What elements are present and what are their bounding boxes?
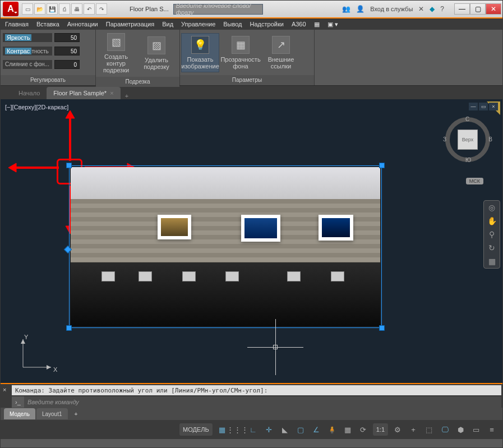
xref-button[interactable]: ↗ Внешние ссылки [262, 34, 300, 72]
plus-icon[interactable]: + [407, 423, 419, 436]
svg-marker-1 [66, 110, 75, 118]
minimize-button[interactable]: — [454, 3, 470, 15]
monitor-icon[interactable]: 🖵 [439, 423, 451, 436]
menu-insert[interactable]: Вставка [36, 21, 59, 27]
lineweight-icon[interactable]: 🧍 [326, 423, 338, 436]
new-icon[interactable]: ▭ [22, 3, 33, 15]
viewcube-s[interactable]: Ю [465, 157, 471, 163]
menu-addins[interactable]: Надстройки [250, 21, 284, 27]
wcs-label[interactable]: МСК [466, 178, 483, 184]
isodraft-icon[interactable]: ◣ [279, 423, 291, 436]
command-history: Команда: Задайте противоположный угол ил… [12, 385, 501, 395]
save-icon[interactable]: 💾 [47, 3, 58, 15]
viewcube-e[interactable]: В [488, 136, 492, 142]
undo-icon[interactable]: ↶ [84, 3, 95, 15]
image-object[interactable] [69, 165, 382, 328]
viewport[interactable]: [−][Сверху][2D-каркас] — ▭ × Верх С Ю В … [1, 99, 502, 383]
create-clip-button[interactable]: ▧ Создать контур подрезки [97, 31, 135, 76]
tab-floorplan[interactable]: Floor Plan Sample* × [47, 87, 120, 99]
contrast-row: Контрастность 50 [3, 47, 93, 56]
exchange-icon[interactable]: ✕ [418, 5, 424, 13]
layout-tab-add[interactable]: + [69, 408, 84, 419]
command-line[interactable]: ›_ Введите команду [12, 396, 501, 408]
pan-icon[interactable]: ✋ [487, 216, 497, 225]
view-cube[interactable]: Верх С Ю В З [445, 117, 490, 162]
viewport-label[interactable]: [−][Сверху][2D-каркас] [5, 104, 68, 110]
cloud-icon[interactable]: ◆ [430, 5, 435, 13]
menu-annotate[interactable]: Аннотации [67, 21, 98, 27]
grip-tr[interactable] [379, 163, 385, 168]
workspace-icon[interactable]: ⬚ [423, 423, 435, 436]
grip-bl[interactable] [66, 325, 72, 331]
transparency-status-icon[interactable]: ▦ [342, 423, 354, 436]
tab-new-button[interactable]: + [121, 93, 133, 99]
saveas-icon[interactable]: ⎙ [59, 3, 70, 15]
painting-3 [319, 215, 353, 241]
snap-icon[interactable]: ⋮⋮⋮ [232, 423, 244, 436]
menu-expand-icon[interactable]: ▣ ▾ [327, 21, 338, 28]
showmotion-icon[interactable]: ▦ [488, 257, 496, 266]
grip-br[interactable] [379, 325, 385, 331]
menu-view[interactable]: Вид [162, 21, 173, 27]
menu-parametric[interactable]: Параметризация [106, 21, 154, 27]
panel-clip: ▧ Создать контур подрезки ▨ Удалить подр… [96, 30, 180, 85]
osnap-icon[interactable]: ▢ [294, 423, 307, 436]
viewcube-w[interactable]: З [443, 136, 446, 142]
fade-value[interactable]: 0 [54, 60, 80, 69]
viewcube-face[interactable]: Верх [458, 130, 478, 150]
zoom-icon[interactable]: ⚲ [489, 230, 495, 239]
print-icon[interactable]: 🖶 [71, 3, 82, 15]
close-button[interactable]: ✕ [486, 3, 501, 15]
cmd-close-icon[interactable]: × [3, 386, 6, 393]
gear-icon[interactable]: ⚙ [391, 423, 404, 436]
cycling-icon[interactable]: ⟳ [357, 423, 370, 436]
layout-tab-1[interactable]: Layout1 [36, 408, 68, 419]
svg-marker-5 [8, 163, 16, 172]
command-input[interactable]: Введите команду [24, 399, 501, 405]
hardware-icon[interactable]: ⬢ [454, 423, 467, 436]
signin-icon[interactable]: 👤 [356, 5, 364, 13]
arrow-left-icon [8, 162, 59, 173]
wheel-icon[interactable]: ◎ [488, 203, 495, 212]
transparency-icon: ▦ [232, 36, 250, 54]
menu-manage[interactable]: Управление [181, 21, 215, 27]
brightness-label: Яркость [3, 33, 52, 42]
layout-tabs: Модель Layout1 + [1, 408, 502, 420]
transparency-button[interactable]: ▦ Прозрачность фона [221, 34, 260, 72]
customize-icon[interactable]: ≡ [486, 423, 498, 436]
search-input[interactable]: Введите ключевое слово/фразу [173, 4, 263, 15]
vp-restore-button[interactable]: ▭ [479, 103, 488, 110]
otrack-icon[interactable]: ∠ [310, 423, 322, 436]
tab-close-icon[interactable]: × [110, 90, 113, 96]
vp-close-button[interactable]: × [489, 103, 498, 110]
app-logo-icon[interactable]: A [3, 2, 19, 16]
command-prompt-icon: ›_ [12, 396, 24, 408]
brightness-value[interactable]: 50 [54, 33, 80, 42]
status-model-button[interactable]: МОДЕЛЬ [179, 423, 213, 436]
scale-button[interactable]: 1:1 [373, 423, 388, 436]
vp-minimize-button[interactable]: — [469, 103, 478, 110]
orbit-icon[interactable]: ↻ [488, 243, 495, 252]
quick-access-toolbar: ▭ 📂 💾 ⎙ 🖶 ↶ ↷ [22, 3, 107, 15]
signin-label[interactable]: Вход в службы [370, 6, 413, 12]
ortho-icon[interactable]: ∟ [247, 423, 260, 436]
show-image-button[interactable]: 💡 Показать изображение [181, 33, 219, 72]
help-icon[interactable]: ? [440, 5, 444, 13]
menu-a360[interactable]: A360 [292, 21, 306, 27]
menu-output[interactable]: Вывод [223, 21, 242, 27]
menu-home[interactable]: Главная [5, 21, 29, 27]
grip-tl[interactable] [66, 163, 72, 168]
clean-icon[interactable]: ▭ [470, 423, 482, 436]
menu-bar: Главная Вставка Аннотации Параметризация… [1, 17, 502, 30]
maximize-button[interactable]: ▢ [470, 3, 486, 15]
remove-clip-button[interactable]: ▨ Удалить подрезку [137, 34, 176, 72]
contrast-value[interactable]: 50 [54, 47, 80, 56]
menu-apps-icon[interactable]: ▦ [314, 21, 320, 28]
viewcube-n[interactable]: С [465, 116, 469, 122]
open-icon[interactable]: 📂 [34, 3, 45, 15]
infocenter-icon[interactable]: 👥 [342, 5, 350, 13]
layout-tab-model[interactable]: Модель [4, 408, 35, 419]
polar-icon[interactable]: ✛ [263, 423, 275, 436]
tab-start[interactable]: Начало [12, 87, 47, 99]
redo-icon[interactable]: ↷ [96, 3, 107, 15]
